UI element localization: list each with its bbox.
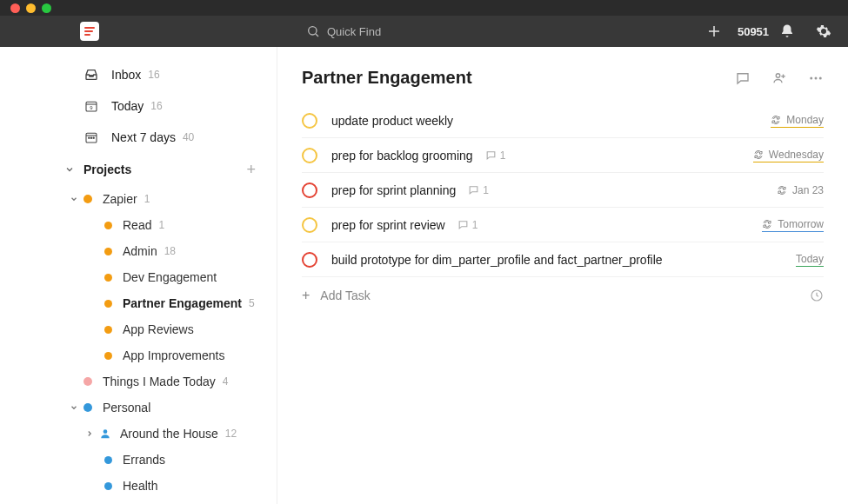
chevron-down-icon (64, 164, 78, 175)
chevron-right-icon (85, 429, 96, 438)
task-comments[interactable]: 1 (485, 149, 506, 162)
due-label: Tomorrow (778, 218, 824, 230)
sidebar-item-count: 16 (148, 69, 159, 81)
project-label: Dev Engagement (123, 270, 217, 284)
comment-count: 1 (500, 149, 506, 162)
project-color-dot (104, 300, 112, 308)
recurring-icon (771, 115, 781, 125)
task-row[interactable]: prep for backlog grooming1Wednesday (302, 138, 824, 173)
svg-point-9 (89, 137, 90, 138)
task-checkbox[interactable] (302, 182, 317, 198)
comments-icon[interactable] (735, 70, 751, 86)
project-label: App Reviews (123, 322, 194, 336)
svg-point-17 (815, 76, 818, 79)
project-color-dot (83, 377, 92, 386)
project-label: Personal (103, 401, 150, 414)
sidebar-project-things-i-made-today[interactable]: Things I Made Today 4 (0, 368, 277, 395)
comment-count: 1 (472, 219, 478, 231)
project-label: Health (123, 479, 157, 493)
recurring-icon (777, 185, 787, 196)
task-due[interactable]: Monday (771, 114, 824, 128)
comment-icon (485, 149, 497, 161)
task-due[interactable]: Today (796, 253, 824, 267)
add-task-button[interactable]: + Add Task (302, 277, 824, 314)
window-minimize-button[interactable] (26, 3, 36, 13)
content-panel: Partner Engagement update product weekly… (277, 47, 848, 504)
comment-icon (468, 184, 479, 196)
task-checkbox[interactable] (302, 252, 317, 268)
sidebar-project-dev-engagement[interactable]: Dev Engagement (0, 264, 277, 290)
sidebar-item-next7days[interactable]: Next 7 days 40 (0, 122, 277, 153)
svg-text:9: 9 (90, 105, 93, 110)
add-task-icon[interactable] (705, 23, 723, 40)
search-placeholder: Quick Find (327, 25, 381, 38)
search-icon (306, 24, 320, 38)
task-checkbox[interactable] (302, 217, 317, 233)
project-color-dot (104, 274, 112, 282)
window-close-button[interactable] (10, 3, 20, 13)
search-input[interactable]: Quick Find (306, 24, 381, 38)
add-project-icon[interactable]: + (246, 162, 256, 177)
projects-section-header[interactable]: Projects + (0, 153, 277, 186)
task-comments[interactable]: 1 (468, 184, 489, 196)
settings-icon[interactable] (815, 23, 832, 40)
project-count: 1 (144, 193, 150, 205)
svg-point-10 (90, 137, 91, 138)
project-label: Partner Engagement (123, 296, 242, 310)
svg-point-0 (309, 27, 317, 35)
project-color-dot (104, 222, 112, 229)
sidebar-project-around-the-house[interactable]: Around the House 12 (0, 421, 277, 447)
task-checkbox[interactable] (302, 113, 317, 129)
app-logo[interactable] (80, 22, 99, 41)
project-color-dot (83, 403, 92, 412)
notifications-icon[interactable] (778, 23, 796, 40)
project-count: 12 (225, 428, 237, 440)
sidebar-project-health[interactable]: Health (0, 473, 277, 499)
project-color-dot (83, 195, 92, 203)
calendar-icon (83, 130, 99, 144)
task-row[interactable]: prep for sprint review1Tomorrow (302, 208, 824, 242)
sidebar-project-partner-engagement[interactable]: Partner Engagement 5 (0, 290, 277, 316)
project-color-dot (104, 326, 112, 334)
project-color-dot (104, 456, 112, 464)
history-icon[interactable] (810, 288, 824, 302)
task-label: prep for backlog grooming (331, 149, 473, 162)
project-label: Errands (123, 453, 165, 467)
task-row[interactable]: update product weeklyMonday (302, 103, 824, 138)
task-due[interactable]: Jan 23 (777, 184, 824, 196)
sidebar-project-app-reviews[interactable]: App Reviews (0, 316, 277, 342)
project-label: Around the House (120, 427, 218, 441)
task-row[interactable]: prep for sprint planning1Jan 23 (302, 173, 824, 208)
svg-point-16 (810, 76, 812, 79)
project-count: 5 (249, 297, 255, 309)
share-project-icon[interactable] (771, 70, 787, 86)
sidebar-project-admin[interactable]: Admin 18 (0, 238, 277, 264)
task-label: update product weekly (331, 114, 453, 128)
shared-icon (99, 428, 111, 440)
comment-count: 1 (483, 184, 489, 196)
svg-point-12 (103, 429, 108, 434)
sidebar-project-zapier[interactable]: Zapier 1 (0, 186, 277, 212)
sidebar-project-personal[interactable]: Personal (0, 395, 277, 421)
task-comments[interactable]: 1 (457, 219, 478, 231)
chevron-down-icon (70, 195, 80, 203)
calendar-today-icon: 9 (83, 99, 99, 113)
content-header: Partner Engagement (302, 68, 824, 88)
task-checkbox[interactable] (302, 148, 317, 163)
task-due[interactable]: Wednesday (753, 149, 824, 162)
sidebar-project-app-improvements[interactable]: App Improvements (0, 342, 277, 368)
window-maximize-button[interactable] (42, 3, 51, 13)
sidebar-project-errands[interactable]: Errands (0, 447, 277, 473)
sidebar-item-today[interactable]: 9 Today 16 (0, 90, 277, 122)
project-color-dot (104, 352, 112, 360)
more-options-icon[interactable] (808, 70, 824, 86)
task-due[interactable]: Tomorrow (762, 218, 824, 232)
sidebar-item-inbox[interactable]: Inbox 16 (0, 59, 277, 90)
chevron-down-icon (70, 403, 80, 412)
sidebar-item-count: 16 (150, 100, 162, 112)
karma-counter[interactable]: 50951 (742, 23, 759, 40)
comment-icon (457, 219, 469, 230)
task-row[interactable]: build prototype for dim_parter_profile a… (302, 242, 824, 277)
project-count: 1 (158, 219, 164, 231)
sidebar-project-read[interactable]: Read 1 (0, 212, 277, 238)
